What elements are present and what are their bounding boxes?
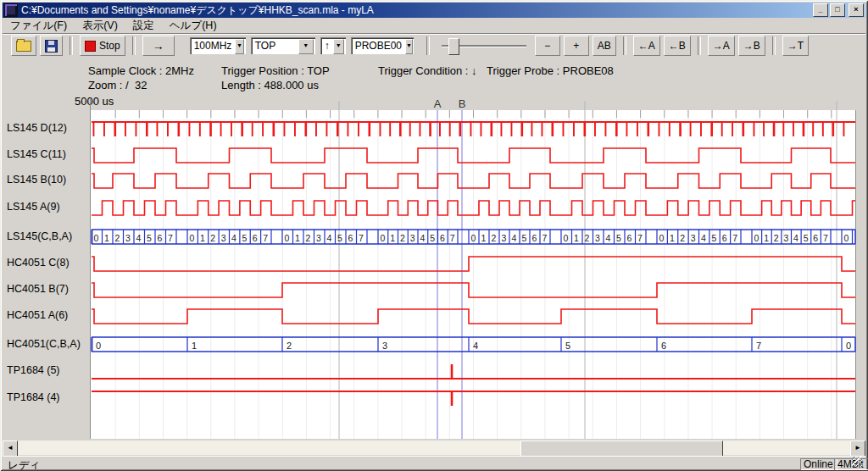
svg-text:7: 7 <box>756 341 761 351</box>
trigger-probe-combo[interactable]: PROBE00 ▼ <box>351 37 414 54</box>
svg-text:0: 0 <box>471 233 476 243</box>
single-step-button[interactable]: → <box>142 36 175 56</box>
status-bar: レディ Online 4MBit <box>3 456 865 469</box>
svg-text:3: 3 <box>316 233 321 243</box>
svg-text:6: 6 <box>722 233 727 243</box>
zoom-in-button[interactable]: + <box>564 36 589 56</box>
menu-view[interactable]: 表示(V) <box>75 19 125 33</box>
svg-text:1: 1 <box>390 233 395 243</box>
svg-text:5: 5 <box>430 233 435 243</box>
svg-text:6: 6 <box>813 233 818 243</box>
zoom-slider[interactable] <box>442 36 526 55</box>
svg-text:4: 4 <box>231 233 236 243</box>
chevron-down-icon[interactable]: ▼ <box>235 39 243 54</box>
svg-text:4: 4 <box>701 233 706 243</box>
svg-text:1: 1 <box>481 233 487 243</box>
svg-text:0: 0 <box>659 233 665 243</box>
save-file-button[interactable] <box>40 36 63 56</box>
svg-text:7: 7 <box>359 233 364 243</box>
menu-help[interactable]: ヘルプ(H) <box>162 19 225 33</box>
svg-text:3: 3 <box>502 233 507 243</box>
svg-text:0: 0 <box>754 233 760 243</box>
svg-text:0: 0 <box>846 341 851 351</box>
menu-settings[interactable]: 設定 <box>125 19 162 33</box>
zoom-info: Zoom : / 32 <box>88 79 147 91</box>
save-floppy-icon <box>45 40 58 53</box>
svg-text:2: 2 <box>210 233 215 243</box>
scroll-right-arrow-icon[interactable]: ► <box>850 441 865 457</box>
svg-text:5: 5 <box>711 233 716 243</box>
goto-trigger-button[interactable]: →T <box>782 36 809 56</box>
svg-text:3: 3 <box>595 233 600 243</box>
svg-text:3: 3 <box>691 233 696 243</box>
close-button[interactable]: × <box>849 3 864 17</box>
minimize-button[interactable]: _ <box>813 3 828 17</box>
svg-text:5: 5 <box>242 233 247 243</box>
zoom-ab-button[interactable]: AB <box>593 36 616 56</box>
menu-file[interactable]: ファイル(F) <box>3 19 75 33</box>
svg-text:4: 4 <box>136 233 142 243</box>
zoom-out-button[interactable]: − <box>535 36 560 56</box>
svg-text:1: 1 <box>104 233 109 243</box>
length-info: Length : 488.000 us <box>221 79 319 91</box>
waveform-plot[interactable]: AB01234567012345670123456701234567012345… <box>0 95 868 440</box>
svg-text:4: 4 <box>327 233 332 243</box>
chevron-down-icon[interactable]: ▼ <box>405 39 413 54</box>
svg-text:2: 2 <box>400 233 405 243</box>
svg-text:4: 4 <box>420 233 426 243</box>
svg-text:4: 4 <box>606 233 611 243</box>
scroll-left-arrow-icon[interactable]: ◄ <box>3 441 18 457</box>
svg-text:2: 2 <box>115 233 120 243</box>
maximize-button[interactable]: □ <box>830 3 845 17</box>
svg-text:3: 3 <box>125 233 131 243</box>
svg-text:3: 3 <box>221 233 226 243</box>
svg-text:7: 7 <box>168 233 173 243</box>
horizontal-scrollbar[interactable]: ◄ ► <box>3 441 865 455</box>
svg-text:6: 6 <box>440 233 445 243</box>
toolbar: Stop → 100MHz ▼ TOP ▼ ↑ ▼ PROBE00 ▼ − + … <box>3 33 865 58</box>
svg-text:7: 7 <box>542 233 548 243</box>
svg-text:7: 7 <box>263 233 268 243</box>
chevron-down-icon[interactable]: ▼ <box>333 39 344 54</box>
svg-text:1: 1 <box>200 233 205 243</box>
svg-text:0: 0 <box>190 233 195 243</box>
menu-bar: ファイル(F) 表示(V) 設定 ヘルプ(H) <box>3 19 865 32</box>
svg-text:2: 2 <box>774 233 779 243</box>
goto-cursor-a-button[interactable]: ←A <box>633 36 660 56</box>
trigger-edge-combo[interactable]: ↑ ▼ <box>320 37 346 54</box>
resize-grip[interactable] <box>852 457 862 467</box>
app-icon <box>4 3 18 17</box>
svg-text:6: 6 <box>253 233 258 243</box>
svg-text:5: 5 <box>616 233 621 243</box>
svg-text:6: 6 <box>532 233 537 243</box>
scrollbar-thumb[interactable] <box>520 441 723 457</box>
open-file-button[interactable] <box>11 36 36 56</box>
svg-text:5: 5 <box>804 233 809 243</box>
open-folder-icon <box>16 41 31 52</box>
svg-text:2: 2 <box>585 233 590 243</box>
svg-text:5: 5 <box>522 233 527 243</box>
chevron-down-icon[interactable]: ▼ <box>298 39 314 54</box>
sample-clock-combo[interactable]: 100MHz ▼ <box>190 37 246 54</box>
goto-cursor-b-button[interactable]: ←B <box>664 36 691 56</box>
set-cursor-b-button[interactable]: →B <box>738 36 765 56</box>
svg-text:1: 1 <box>670 233 675 243</box>
svg-text:2: 2 <box>680 233 685 243</box>
slider-thumb[interactable] <box>448 38 459 55</box>
svg-text:1: 1 <box>574 233 579 243</box>
svg-text:4: 4 <box>793 233 798 243</box>
svg-text:6: 6 <box>627 233 632 243</box>
svg-text:7: 7 <box>450 233 455 243</box>
svg-text:2: 2 <box>492 233 497 243</box>
svg-text:0: 0 <box>564 233 569 243</box>
svg-text:0: 0 <box>844 233 849 243</box>
svg-text:6: 6 <box>348 233 353 243</box>
trigger-condition-info: Trigger Condition : ↓ <box>378 64 477 77</box>
svg-text:6: 6 <box>661 341 666 351</box>
svg-text:2: 2 <box>306 233 311 243</box>
set-cursor-a-button[interactable]: →A <box>708 36 735 56</box>
trigger-position-combo[interactable]: TOP ▼ <box>251 37 315 54</box>
svg-text:0: 0 <box>94 233 99 243</box>
stop-button[interactable]: Stop <box>80 36 125 56</box>
svg-text:7: 7 <box>823 233 828 243</box>
